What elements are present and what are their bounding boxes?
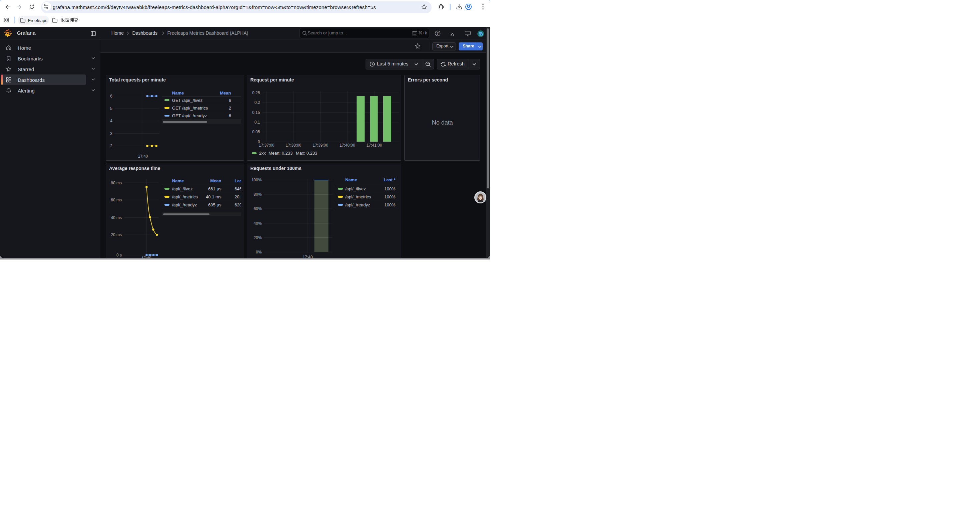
svg-text:3: 3 (110, 131, 112, 136)
svg-text:Mean: 0.233: Mean: 0.233 (269, 151, 293, 156)
svg-text:0.25: 0.25 (252, 91, 260, 95)
svg-text:0%: 0% (256, 250, 262, 254)
svg-text:100%: 100% (251, 178, 262, 182)
svg-text:0.05: 0.05 (252, 129, 260, 134)
svg-text:80%: 80% (253, 192, 261, 197)
svg-text:5: 5 (110, 106, 112, 111)
svg-text:2: 2 (110, 144, 112, 148)
svg-text:80 ms: 80 ms (111, 180, 122, 185)
svg-text:17:38:00: 17:38:00 (286, 143, 302, 148)
svg-text:0 s: 0 s (116, 253, 121, 257)
svg-text:20 ms: 20 ms (111, 232, 122, 237)
svg-text:17:37:00: 17:37:00 (259, 143, 275, 148)
svg-text:17:40: 17:40 (138, 154, 148, 159)
svg-text:Max: 0.233: Max: 0.233 (296, 151, 317, 156)
svg-text:2xx: 2xx (259, 151, 266, 156)
svg-text:?: ? (436, 31, 438, 35)
svg-text:17:41:00: 17:41:00 (367, 143, 382, 148)
svg-text:17:39:00: 17:39:00 (313, 143, 328, 148)
svg-text:4: 4 (110, 118, 112, 123)
svg-text:0.1: 0.1 (255, 120, 260, 125)
svg-text:6: 6 (110, 94, 112, 99)
svg-text:20%: 20% (253, 235, 261, 240)
svg-text:60%: 60% (253, 206, 261, 211)
svg-text:0.2: 0.2 (255, 100, 260, 105)
svg-text:40 ms: 40 ms (111, 215, 122, 220)
svg-text:40%: 40% (253, 221, 261, 225)
svg-text:17:40:00: 17:40:00 (340, 143, 355, 148)
svg-text:0.15: 0.15 (252, 110, 260, 115)
svg-text:60 ms: 60 ms (111, 198, 122, 203)
